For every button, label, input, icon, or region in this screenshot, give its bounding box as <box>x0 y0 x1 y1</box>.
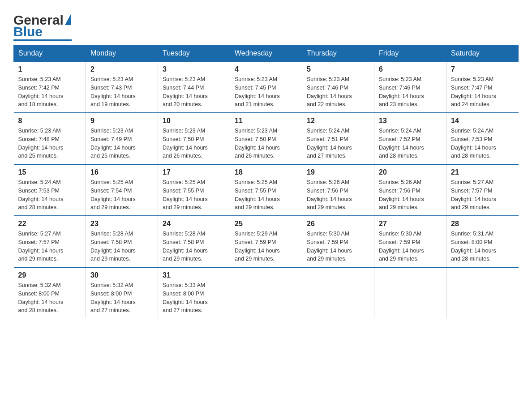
calendar-cell: 7 Sunrise: 5:23 AM Sunset: 7:47 PM Dayli… <box>446 61 519 113</box>
day-number: 9 <box>90 117 153 125</box>
day-number: 2 <box>90 65 153 73</box>
calendar-cell: 19 Sunrise: 5:26 AM Sunset: 7:56 PM Dayl… <box>302 164 374 216</box>
day-number: 25 <box>235 220 297 228</box>
day-number: 15 <box>18 168 82 176</box>
weekday-header-tuesday: Tuesday <box>158 46 230 62</box>
day-info: Sunrise: 5:32 AM Sunset: 8:00 PM Dayligh… <box>18 281 82 315</box>
day-number: 29 <box>18 271 82 279</box>
logo-blue-word: Blue <box>13 25 43 39</box>
calendar-week-row: 29 Sunrise: 5:32 AM Sunset: 8:00 PM Dayl… <box>14 267 519 318</box>
calendar-cell: 16 Sunrise: 5:25 AM Sunset: 7:54 PM Dayl… <box>86 164 158 216</box>
day-info: Sunrise: 5:28 AM Sunset: 7:58 PM Dayligh… <box>90 230 153 263</box>
day-number: 6 <box>379 65 442 73</box>
weekday-header-saturday: Saturday <box>446 46 519 62</box>
day-number: 17 <box>163 168 225 176</box>
calendar-cell: 27 Sunrise: 5:30 AM Sunset: 7:59 PM Dayl… <box>374 216 446 267</box>
day-info: Sunrise: 5:25 AM Sunset: 7:55 PM Dayligh… <box>163 178 225 212</box>
day-number: 10 <box>163 117 225 125</box>
calendar-week-row: 1 Sunrise: 5:23 AM Sunset: 7:42 PM Dayli… <box>14 61 519 113</box>
day-info: Sunrise: 5:23 AM Sunset: 7:43 PM Dayligh… <box>90 75 153 109</box>
calendar-cell: 4 Sunrise: 5:23 AM Sunset: 7:45 PM Dayli… <box>230 61 302 113</box>
calendar-cell: 26 Sunrise: 5:30 AM Sunset: 7:59 PM Dayl… <box>302 216 374 267</box>
day-info: Sunrise: 5:30 AM Sunset: 7:59 PM Dayligh… <box>307 230 369 263</box>
day-number: 18 <box>235 168 297 176</box>
logo-arrow-icon <box>65 13 71 25</box>
day-info: Sunrise: 5:26 AM Sunset: 7:56 PM Dayligh… <box>379 178 442 212</box>
calendar-cell: 28 Sunrise: 5:31 AM Sunset: 8:00 PM Dayl… <box>446 216 519 267</box>
calendar-header-row: SundayMondayTuesdayWednesdayThursdayFrid… <box>14 46 519 62</box>
weekday-header-monday: Monday <box>86 46 158 62</box>
day-info: Sunrise: 5:23 AM Sunset: 7:50 PM Dayligh… <box>163 127 225 160</box>
day-number: 11 <box>235 117 297 125</box>
day-info: Sunrise: 5:23 AM Sunset: 7:49 PM Dayligh… <box>90 127 153 160</box>
day-info: Sunrise: 5:23 AM Sunset: 7:48 PM Dayligh… <box>18 127 82 160</box>
calendar-week-row: 22 Sunrise: 5:27 AM Sunset: 7:57 PM Dayl… <box>14 216 519 267</box>
day-info: Sunrise: 5:23 AM Sunset: 7:44 PM Dayligh… <box>163 75 225 109</box>
day-number: 26 <box>307 220 369 228</box>
weekday-header-friday: Friday <box>374 46 446 62</box>
calendar-cell: 22 Sunrise: 5:27 AM Sunset: 7:57 PM Dayl… <box>14 216 86 267</box>
page-header: General Blue <box>13 9 519 41</box>
calendar-cell: 14 Sunrise: 5:24 AM Sunset: 7:53 PM Dayl… <box>446 113 519 164</box>
calendar-cell: 29 Sunrise: 5:32 AM Sunset: 8:00 PM Dayl… <box>14 267 86 318</box>
calendar-cell: 1 Sunrise: 5:23 AM Sunset: 7:42 PM Dayli… <box>14 61 86 113</box>
day-info: Sunrise: 5:25 AM Sunset: 7:55 PM Dayligh… <box>235 178 297 212</box>
day-info: Sunrise: 5:23 AM Sunset: 7:46 PM Dayligh… <box>307 75 369 109</box>
calendar-cell: 10 Sunrise: 5:23 AM Sunset: 7:50 PM Dayl… <box>158 113 230 164</box>
calendar-cell <box>302 267 374 318</box>
day-number: 3 <box>163 65 225 73</box>
calendar-table: SundayMondayTuesdayWednesdayThursdayFrid… <box>13 45 519 318</box>
calendar-cell: 3 Sunrise: 5:23 AM Sunset: 7:44 PM Dayli… <box>158 61 230 113</box>
calendar-cell: 15 Sunrise: 5:24 AM Sunset: 7:53 PM Dayl… <box>14 164 86 216</box>
day-info: Sunrise: 5:30 AM Sunset: 7:59 PM Dayligh… <box>379 230 442 263</box>
day-number: 28 <box>451 220 514 228</box>
day-info: Sunrise: 5:23 AM Sunset: 7:46 PM Dayligh… <box>379 75 442 109</box>
day-info: Sunrise: 5:31 AM Sunset: 8:00 PM Dayligh… <box>451 230 514 263</box>
calendar-cell: 21 Sunrise: 5:27 AM Sunset: 7:57 PM Dayl… <box>446 164 519 216</box>
day-number: 20 <box>379 168 442 176</box>
calendar-cell: 24 Sunrise: 5:28 AM Sunset: 7:58 PM Dayl… <box>158 216 230 267</box>
day-info: Sunrise: 5:24 AM Sunset: 7:51 PM Dayligh… <box>307 127 369 160</box>
day-number: 13 <box>379 117 442 125</box>
day-info: Sunrise: 5:24 AM Sunset: 7:53 PM Dayligh… <box>451 127 514 160</box>
day-number: 31 <box>163 271 225 279</box>
calendar-cell: 12 Sunrise: 5:24 AM Sunset: 7:51 PM Dayl… <box>302 113 374 164</box>
day-info: Sunrise: 5:33 AM Sunset: 8:00 PM Dayligh… <box>163 281 225 315</box>
calendar-cell: 13 Sunrise: 5:24 AM Sunset: 7:52 PM Dayl… <box>374 113 446 164</box>
day-number: 7 <box>451 65 514 73</box>
calendar-cell: 2 Sunrise: 5:23 AM Sunset: 7:43 PM Dayli… <box>86 61 158 113</box>
day-number: 12 <box>307 117 369 125</box>
calendar-cell <box>446 267 519 318</box>
day-number: 22 <box>18 220 82 228</box>
day-info: Sunrise: 5:27 AM Sunset: 7:57 PM Dayligh… <box>451 178 514 212</box>
day-info: Sunrise: 5:25 AM Sunset: 7:54 PM Dayligh… <box>90 178 153 212</box>
weekday-header-wednesday: Wednesday <box>230 46 302 62</box>
day-number: 21 <box>451 168 514 176</box>
day-number: 5 <box>307 65 369 73</box>
logo-underline <box>13 39 72 41</box>
day-number: 30 <box>90 271 153 279</box>
day-number: 16 <box>90 168 153 176</box>
day-info: Sunrise: 5:23 AM Sunset: 7:47 PM Dayligh… <box>451 75 514 109</box>
calendar-cell <box>374 267 446 318</box>
calendar-cell: 20 Sunrise: 5:26 AM Sunset: 7:56 PM Dayl… <box>374 164 446 216</box>
calendar-cell: 30 Sunrise: 5:32 AM Sunset: 8:00 PM Dayl… <box>86 267 158 318</box>
day-info: Sunrise: 5:24 AM Sunset: 7:52 PM Dayligh… <box>379 127 442 160</box>
calendar-cell: 11 Sunrise: 5:23 AM Sunset: 7:50 PM Dayl… <box>230 113 302 164</box>
calendar-cell: 25 Sunrise: 5:29 AM Sunset: 7:59 PM Dayl… <box>230 216 302 267</box>
logo-wordmark: General Blue <box>13 13 72 41</box>
day-number: 4 <box>235 65 297 73</box>
day-info: Sunrise: 5:24 AM Sunset: 7:53 PM Dayligh… <box>18 178 82 212</box>
day-number: 27 <box>379 220 442 228</box>
day-number: 23 <box>90 220 153 228</box>
day-number: 8 <box>18 117 82 125</box>
day-number: 1 <box>18 65 82 73</box>
calendar-cell <box>230 267 302 318</box>
calendar-cell: 18 Sunrise: 5:25 AM Sunset: 7:55 PM Dayl… <box>230 164 302 216</box>
day-info: Sunrise: 5:23 AM Sunset: 7:50 PM Dayligh… <box>235 127 297 160</box>
day-info: Sunrise: 5:29 AM Sunset: 7:59 PM Dayligh… <box>235 230 297 263</box>
logo: General Blue <box>13 13 72 41</box>
calendar-week-row: 15 Sunrise: 5:24 AM Sunset: 7:53 PM Dayl… <box>14 164 519 216</box>
day-number: 14 <box>451 117 514 125</box>
calendar-cell: 31 Sunrise: 5:33 AM Sunset: 8:00 PM Dayl… <box>158 267 230 318</box>
